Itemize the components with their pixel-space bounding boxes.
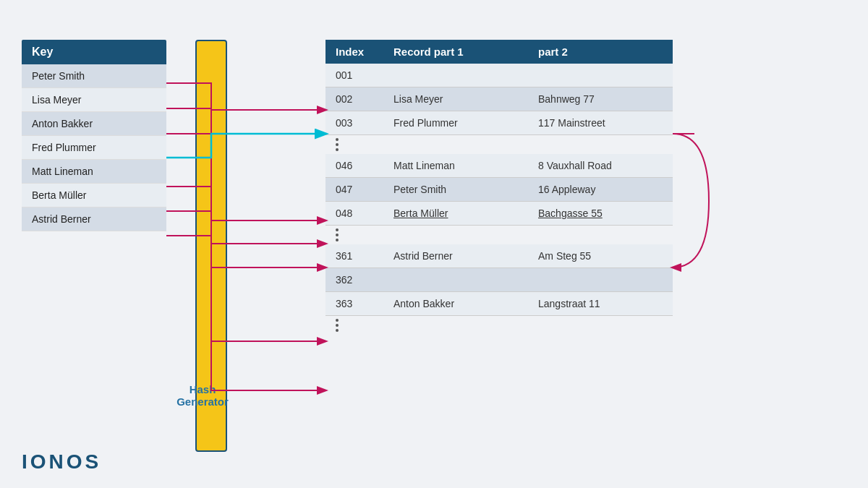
index-002: 002: [326, 87, 383, 111]
col-index-header: Index: [326, 40, 383, 64]
part2-363: Langstraat 11: [528, 292, 673, 316]
part2-046: 8 Vauxhall Road: [528, 154, 673, 178]
diagram-container: Key Peter Smith Lisa Meyer Anton Bakker …: [0, 0, 868, 488]
record-row-001: 001: [326, 64, 673, 87]
record-row-048: 048 Berta Müller Bachgasse 55: [326, 202, 673, 226]
record-row-002: 002 Lisa Meyer Bahnweg 77: [326, 87, 673, 111]
bracket-003-to-048: [673, 134, 709, 267]
key-row-lisa-meyer: Lisa Meyer: [22, 88, 166, 112]
record-header-row: Index Record part 1 part 2: [326, 40, 673, 64]
part1-001: [383, 64, 528, 87]
arrow-astrid-berner: [166, 236, 326, 341]
part2-003: 117 Mainstreet: [528, 111, 673, 135]
part2-047: 16 Appleway: [528, 178, 673, 202]
index-361: 361: [326, 244, 383, 268]
index-048: 048: [326, 202, 383, 226]
arrow-matt-lineman: [166, 187, 326, 221]
arrow-peter-smith: [166, 83, 326, 244]
arrow-fred-plummer: [166, 134, 326, 158]
col-part1-header: Record part 1: [383, 40, 528, 64]
key-row-anton-bakker: Anton Bakker: [22, 112, 166, 136]
key-row-matt-lineman: Matt Lineman: [22, 160, 166, 184]
record-row-046: 046 Matt Lineman 8 Vauxhall Road: [326, 154, 673, 178]
part1-003: Fred Plummer: [383, 111, 528, 135]
arrow-anton-bakker: [166, 134, 326, 390]
ionos-logo: IONOS: [22, 450, 101, 474]
key-header: Key: [22, 40, 166, 64]
key-table: Key Peter Smith Lisa Meyer Anton Bakker …: [22, 40, 166, 231]
part1-048: Berta Müller: [383, 202, 528, 226]
part2-048: Bachgasse 55: [528, 202, 673, 226]
key-row-astrid-berner: Astrid Berner: [22, 207, 166, 231]
record-row-003: 003 Fred Plummer 117 Mainstreet: [326, 111, 673, 135]
record-row-047: 047 Peter Smith 16 Appleway: [326, 178, 673, 202]
part1-047: Peter Smith: [383, 178, 528, 202]
part1-046: Matt Lineman: [383, 154, 528, 178]
dots-row-2: [326, 227, 673, 243]
part2-002: Bahnweg 77: [528, 87, 673, 111]
index-003: 003: [326, 111, 383, 135]
index-362: 362: [326, 268, 383, 292]
key-row-fred-plummer: Fred Plummer: [22, 136, 166, 160]
col-part2-header: part 2: [528, 40, 673, 64]
key-row-berta-muller: Berta Müller: [22, 184, 166, 207]
part1-363: Anton Bakker: [383, 292, 528, 316]
part1-002: Lisa Meyer: [383, 87, 528, 111]
part2-362: [528, 268, 673, 292]
key-row-peter-smith: Peter Smith: [22, 64, 166, 88]
dots-row-1: [326, 137, 673, 153]
part2-361: Am Steg 55: [528, 244, 673, 268]
index-001: 001: [326, 64, 383, 87]
record-row-362: 362: [326, 268, 673, 292]
record-row-363: 363 Anton Bakker Langstraat 11: [326, 292, 673, 316]
arrow-lisa-meyer: [166, 108, 326, 110]
index-046: 046: [326, 154, 383, 178]
record-table: Index Record part 1 part 2 001 002 Lisa …: [326, 40, 673, 335]
arrow-berta-muller: [166, 211, 326, 267]
index-363: 363: [326, 292, 383, 316]
part2-001: [528, 64, 673, 87]
dots-row-3: [326, 317, 673, 333]
index-047: 047: [326, 178, 383, 202]
hash-label: HashGenerator: [159, 383, 246, 408]
part1-362: [383, 268, 528, 292]
part1-361: Astrid Berner: [383, 244, 528, 268]
record-row-361: 361 Astrid Berner Am Steg 55: [326, 244, 673, 268]
